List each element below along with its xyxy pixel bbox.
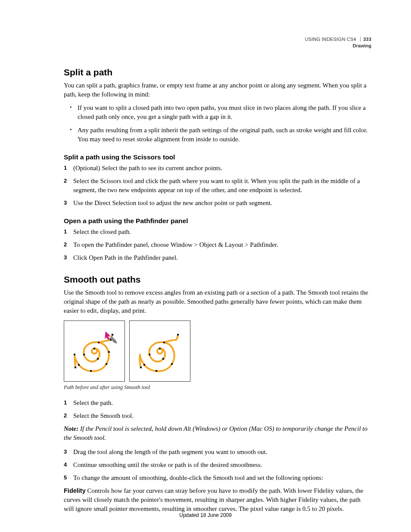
svg-rect-11 xyxy=(108,351,110,353)
svg-rect-18 xyxy=(163,342,165,343)
note-label: Note: xyxy=(64,425,78,432)
doc-title: USING INDESIGN CS4 xyxy=(305,37,356,42)
intro-paragraph-1: You can split a path, graphics frame, or… xyxy=(64,81,371,99)
svg-rect-22 xyxy=(177,334,179,336)
document-page: USING INDESIGN CS4 333 Drawing Split a p… xyxy=(0,0,411,532)
svg-rect-16 xyxy=(162,358,164,360)
note-paragraph: Note: If the Pencil tool is selected, ho… xyxy=(64,424,371,442)
spiral-before-icon xyxy=(68,325,120,377)
svg-rect-19 xyxy=(171,363,173,365)
svg-rect-2 xyxy=(83,354,85,355)
step-item: Use the Direct Selection tool to adjust … xyxy=(64,199,371,208)
step-item: Select the path. xyxy=(64,398,371,408)
svg-marker-12 xyxy=(105,331,111,340)
svg-rect-7 xyxy=(75,367,76,368)
steps-smooth-a: Select the path. Select the Smooth tool. xyxy=(64,398,371,420)
step-item: Click Open Path in the Pathfinder panel. xyxy=(64,253,371,262)
figure-before xyxy=(64,320,125,382)
definition-fidelity: Fidelity Controls how far your curves ca… xyxy=(64,486,371,513)
bullet-item: Any paths resulting from a split inherit… xyxy=(64,126,371,144)
svg-rect-0 xyxy=(93,348,95,349)
figure-row xyxy=(64,320,371,382)
svg-rect-15 xyxy=(159,348,161,349)
svg-rect-3 xyxy=(98,342,100,343)
heading-split-a-path: Split a path xyxy=(64,67,371,78)
page-content: Split a path You can split a path, graph… xyxy=(64,36,371,513)
running-header: USING INDESIGN CS4 333 Drawing xyxy=(305,36,371,49)
steps-smooth-b: Drag the tool along the length of the pa… xyxy=(64,448,371,482)
page-footer: Updated 18 June 2009 xyxy=(0,512,411,518)
note-text: If the Pencil tool is selected, hold dow… xyxy=(64,425,367,441)
definition-term: Fidelity xyxy=(64,487,86,494)
svg-rect-6 xyxy=(74,354,75,355)
step-item: Select the Smooth tool. xyxy=(64,411,371,420)
section-name: Drawing xyxy=(305,43,371,49)
svg-rect-17 xyxy=(149,354,150,355)
spiral-after-icon xyxy=(134,325,186,377)
figure-after xyxy=(129,320,190,382)
svg-rect-21 xyxy=(140,367,142,368)
heading-scissors-tool: Split a path using the Scissors tool xyxy=(64,153,371,161)
heading-pathfinder-panel: Open a path using the Pathfinder panel xyxy=(64,217,371,225)
steps-scissors: (Optional) Select the path to see its cu… xyxy=(64,164,371,208)
step-item: Select the closed path. xyxy=(64,227,371,236)
svg-rect-4 xyxy=(106,363,107,365)
bullet-item: If you want to split a closed path into … xyxy=(64,103,371,121)
step-item: Drag the tool along the length of the pa… xyxy=(64,448,371,457)
steps-pathfinder: Select the closed path. To open the Path… xyxy=(64,227,371,262)
svg-rect-1 xyxy=(97,358,99,360)
svg-rect-5 xyxy=(78,364,80,366)
heading-smooth-out-paths: Smooth out paths xyxy=(64,274,371,285)
page-number: 333 xyxy=(360,37,371,42)
step-item: To change the amount of smoothing, doubl… xyxy=(64,473,371,482)
svg-rect-20 xyxy=(143,364,145,366)
svg-rect-9 xyxy=(112,334,113,336)
svg-rect-10 xyxy=(90,370,92,372)
svg-rect-23 xyxy=(156,370,157,372)
bullet-list-1: If you want to split a closed path into … xyxy=(64,103,371,144)
step-item: Continue smoothing until the stroke or p… xyxy=(64,460,371,470)
step-item: To open the Pathfinder panel, choose Win… xyxy=(64,240,371,249)
step-item: (Optional) Select the path to see its cu… xyxy=(64,164,371,173)
intro-paragraph-2: Use the Smooth tool to remove excess ang… xyxy=(64,288,371,315)
step-item: Select the Scissors tool and click the p… xyxy=(64,177,371,195)
figure-caption: Path before and after using Smooth tool xyxy=(64,384,371,391)
definition-text: Controls how far your curves can stray b… xyxy=(64,487,363,512)
